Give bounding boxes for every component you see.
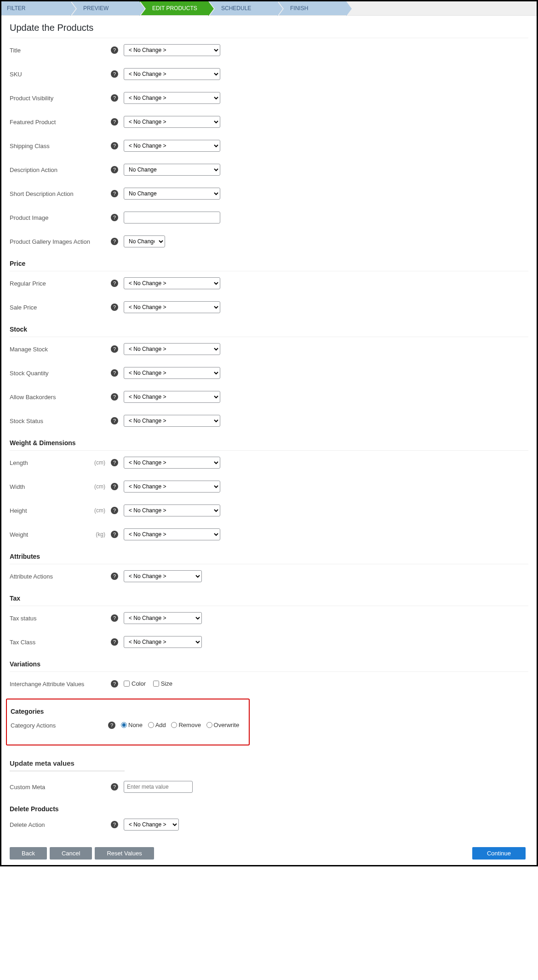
help-icon[interactable]: ?: [111, 118, 118, 126]
help-icon[interactable]: ?: [111, 614, 118, 622]
back-button[interactable]: Back: [10, 847, 47, 860]
radio-remove[interactable]: [171, 722, 177, 728]
help-icon[interactable]: ?: [111, 459, 118, 466]
select-tax-status[interactable]: < No Change >: [124, 612, 202, 624]
continue-button[interactable]: Continue: [472, 847, 526, 860]
unit-cm: (cm): [94, 507, 105, 514]
section-meta: Update meta values: [10, 750, 528, 771]
radio-add[interactable]: [148, 722, 154, 728]
footer-buttons: Back Cancel Reset Values Continue: [1, 843, 537, 865]
help-icon[interactable]: ?: [111, 70, 118, 78]
select-stock-qty[interactable]: < No Change >: [124, 367, 220, 379]
section-dimensions: Weight & Dimensions: [10, 433, 528, 451]
help-icon[interactable]: ?: [111, 417, 118, 424]
label-tax-status: Tax status: [10, 615, 37, 622]
input-image[interactable]: [124, 212, 220, 224]
select-attr-actions[interactable]: < No Change >: [124, 570, 202, 582]
help-icon[interactable]: ?: [111, 821, 118, 828]
help-icon[interactable]: ?: [111, 166, 118, 173]
check-size[interactable]: [153, 681, 159, 687]
step-finish[interactable]: FINISH: [277, 1, 346, 15]
help-icon[interactable]: ?: [111, 680, 118, 688]
select-tax-class[interactable]: < No Change >: [124, 636, 202, 648]
step-edit-products[interactable]: EDIT PRODUCTS: [139, 1, 208, 15]
help-icon[interactable]: ?: [111, 783, 118, 791]
step-filter[interactable]: FILTER: [1, 1, 70, 15]
select-manage-stock[interactable]: < No Change >: [124, 343, 220, 355]
label-width: Width: [10, 483, 25, 490]
help-icon[interactable]: ?: [111, 190, 118, 197]
variation-checkboxes: Color Size: [124, 680, 178, 688]
check-color[interactable]: [124, 681, 130, 687]
label-visibility: Product Visibility: [10, 95, 53, 102]
select-shipping[interactable]: < No Change >: [124, 140, 220, 152]
help-icon[interactable]: ?: [111, 638, 118, 646]
select-width[interactable]: < No Change >: [124, 481, 220, 493]
label-manage-stock: Manage Stock: [10, 346, 48, 353]
help-icon[interactable]: ?: [111, 483, 118, 490]
help-icon[interactable]: ?: [111, 345, 118, 353]
label-image: Product Image: [10, 214, 49, 221]
category-radio-set: None Add Remove Overwrite: [121, 722, 243, 729]
label-delete-action: Delete Action: [10, 821, 45, 828]
check-size-label[interactable]: Size: [153, 680, 172, 687]
section-stock: Stock: [10, 319, 528, 337]
radio-none[interactable]: [121, 722, 127, 728]
step-schedule[interactable]: SCHEDULE: [208, 1, 277, 15]
help-icon[interactable]: ?: [111, 142, 118, 149]
label-stock-status: Stock Status: [10, 418, 43, 424]
select-visibility[interactable]: < No Change >: [124, 92, 220, 104]
help-icon[interactable]: ?: [111, 46, 118, 54]
label-interchange: Interchange Attribute Values: [10, 681, 84, 688]
select-title[interactable]: < No Change >: [124, 44, 220, 56]
label-category-actions: Category Actions: [11, 722, 56, 729]
select-regular-price[interactable]: < No Change >: [124, 277, 220, 289]
help-icon[interactable]: ?: [111, 238, 118, 245]
help-icon[interactable]: ?: [111, 573, 118, 580]
step-preview[interactable]: PREVIEW: [70, 1, 139, 15]
select-featured[interactable]: < No Change >: [124, 116, 220, 128]
radio-add-label[interactable]: Add: [148, 722, 166, 728]
help-icon[interactable]: ?: [111, 280, 118, 287]
help-icon[interactable]: ?: [111, 214, 118, 221]
select-backorders[interactable]: < No Change >: [124, 391, 220, 403]
help-icon[interactable]: ?: [111, 531, 118, 538]
label-shortdesc: Short Description Action: [10, 190, 74, 197]
label-featured: Featured Product: [10, 119, 56, 126]
help-icon[interactable]: ?: [111, 94, 118, 102]
select-description[interactable]: No Change: [124, 164, 220, 176]
label-gallery: Product Gallery Images Action: [10, 238, 90, 245]
unit-cm: (cm): [94, 483, 105, 490]
section-delete: Delete Products: [10, 799, 528, 813]
check-color-label[interactable]: Color: [124, 680, 146, 687]
input-custom-meta[interactable]: [124, 781, 193, 793]
select-length[interactable]: < No Change >: [124, 457, 220, 469]
label-sku: SKU: [10, 71, 22, 78]
select-delete-action[interactable]: < No Change >: [124, 819, 179, 831]
cancel-button[interactable]: Cancel: [50, 847, 92, 860]
wizard-stepper: FILTER PREVIEW EDIT PRODUCTS SCHEDULE FI…: [1, 1, 537, 16]
radio-overwrite[interactable]: [206, 722, 212, 728]
select-sku[interactable]: < No Change >: [124, 68, 220, 80]
radio-remove-label[interactable]: Remove: [171, 722, 200, 728]
label-weight: Weight: [10, 531, 28, 538]
select-weight[interactable]: < No Change >: [124, 528, 220, 540]
select-sale-price[interactable]: < No Change >: [124, 301, 220, 313]
help-icon[interactable]: ?: [111, 369, 118, 377]
help-icon[interactable]: ?: [111, 507, 118, 514]
label-stock-qty: Stock Quantity: [10, 370, 49, 377]
radio-overwrite-label[interactable]: Overwrite: [206, 722, 240, 728]
label-tax-class: Tax Class: [10, 639, 35, 646]
select-shortdesc[interactable]: No Change: [124, 188, 220, 200]
select-height[interactable]: < No Change >: [124, 504, 220, 516]
section-tax: Tax: [10, 588, 528, 606]
help-icon[interactable]: ?: [111, 393, 118, 401]
label-height: Height: [10, 507, 27, 514]
select-stock-status[interactable]: < No Change >: [124, 415, 220, 427]
radio-none-label[interactable]: None: [121, 722, 143, 728]
select-gallery[interactable]: No Change: [124, 235, 165, 247]
help-icon[interactable]: ?: [111, 304, 118, 311]
help-icon[interactable]: ?: [108, 722, 115, 729]
unit-cm: (cm): [94, 459, 105, 466]
reset-button[interactable]: Reset Values: [95, 847, 154, 860]
